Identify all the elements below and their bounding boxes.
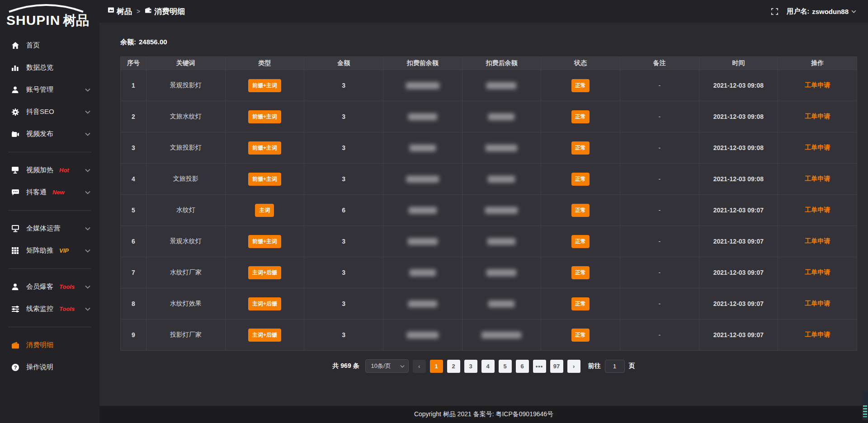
work-order-link[interactable]: 工单申请 [805,300,830,307]
breadcrumb-app[interactable]: 树品 [108,6,132,17]
goto-label: 前往 [588,362,601,370]
sidebar-item-user-2[interactable]: 账号管理 [0,79,99,101]
sidebar-item-question-16[interactable]: ?操作说明 [0,356,99,378]
cell-time: 2021-12-03 09:08 [699,132,778,164]
redacted-value [486,269,516,276]
more-pages-button[interactable]: ••• [533,360,546,373]
sidebar-item-user-12[interactable]: 会员爆客Tools [0,276,99,298]
cell-index: 7 [121,257,146,288]
cell-pre-balance [383,257,462,288]
page-button-5[interactable]: 5 [499,360,512,373]
sidebar-item-label: 视频发布 [26,130,53,138]
floating-widget[interactable] [862,391,868,420]
wallet-icon [11,341,19,349]
cell-post-balance [462,132,541,164]
cell-type: 主词+后缀 [225,257,304,288]
cell-pre-balance [383,164,462,195]
goto-page-input[interactable] [605,360,625,373]
work-order-link[interactable]: 工单申请 [805,237,830,244]
balance: 余额:24856.00 [120,38,868,47]
cell-status: 正常 [541,101,620,132]
cell-index: 6 [121,226,146,257]
page-size-value: 10条/页 [371,362,391,370]
main-content: 余额:24856.00 序号关键词类型金额扣费前余额扣费后余额状态备注时间操作 … [99,23,868,423]
status-badge: 正常 [571,266,590,279]
logo-text-en: SHUPIN [6,13,60,28]
work-order-link[interactable]: 工单申请 [805,206,830,213]
cell-amount: 3 [304,164,383,195]
work-order-link[interactable]: 工单申请 [805,144,830,151]
cell-status: 正常 [541,132,620,164]
cell-action: 工单申请 [778,257,857,288]
cell-post-balance [462,101,541,132]
chevron-down-icon [85,227,90,230]
type-badge: 前缀+主词 [248,110,281,123]
gear-icon [11,108,19,116]
cell-time: 2021-12-03 09:08 [699,164,778,195]
cell-remark: - [620,226,699,257]
sidebar-item-label: 数据总览 [26,63,53,72]
type-badge: 主词+后缀 [248,266,281,279]
next-page-button[interactable]: › [567,360,580,373]
wallet-icon [145,7,152,16]
sidebar-item-chat-7[interactable]: 抖客通New [0,181,99,203]
sidebar-item-screen-6[interactable]: 视频加热Hot [0,159,99,181]
sidebar-item-home-0[interactable]: 首页 [0,34,99,56]
page-button-4[interactable]: 4 [481,360,495,373]
sidebar-divider [8,327,91,327]
sidebar-item-grid-10[interactable]: 矩阵助推VIP [0,240,99,262]
work-order-link[interactable]: 工单申请 [805,331,830,338]
work-order-link[interactable]: 工单申请 [805,175,830,182]
screen-icon [11,166,19,174]
cell-keyword: 水纹灯 [146,195,226,226]
cell-status: 正常 [541,320,620,351]
sidebar-item-label: 抖音SEO [26,108,54,116]
user-menu[interactable]: 用户名: zswodun88 [787,7,856,16]
cell-time: 2021-12-03 09:08 [699,70,778,101]
type-badge: 前缀+主词 [248,235,281,248]
column-header: 扣费前余额 [383,57,462,70]
page-button-1[interactable]: 1 [430,360,443,373]
cell-keyword: 水纹灯厂家 [146,257,226,288]
balance-value: 24856.00 [139,38,167,46]
column-header: 状态 [541,57,620,70]
cell-pre-balance [383,320,462,351]
page-size-select[interactable]: 10条/页 [365,359,409,373]
cell-keyword: 文旅水纹灯 [146,101,226,132]
table-row: 5水纹灯主词6正常-2021-12-03 09:07工单申请 [121,195,857,226]
table-head: 序号关键词类型金额扣费前余额扣费后余额状态备注时间操作 [121,57,857,70]
sidebar-item-label: 操作说明 [26,363,53,371]
cell-type: 主词 [225,195,304,226]
breadcrumb-current-label: 消费明细 [154,6,185,17]
cell-amount: 3 [304,132,383,164]
page-button-2[interactable]: 2 [447,360,460,373]
cell-status: 正常 [541,226,620,257]
breadcrumb-current[interactable]: 消费明细 [145,6,185,17]
work-order-link[interactable]: 工单申请 [805,113,830,120]
cell-type: 前缀+主词 [225,226,304,257]
page-button-3[interactable]: 3 [464,360,477,373]
cell-amount: 3 [304,226,383,257]
work-order-link[interactable]: 工单申请 [805,268,830,276]
sidebar-item-bar-chart-1[interactable]: 数据总览 [0,56,99,79]
prev-page-button[interactable]: ‹ [413,360,426,373]
cell-post-balance [462,226,541,257]
sidebar-item-gear-3[interactable]: 抖音SEO [0,101,99,123]
sidebar-item-monitor-9[interactable]: 全媒体运营 [0,217,99,240]
cell-amount: 3 [304,257,383,288]
sidebar-divider [8,210,91,211]
sidebar-item-video-4[interactable]: 视频发布 [0,123,99,145]
redacted-value [485,207,518,214]
cell-keyword: 景观投影灯 [146,70,226,101]
fullscreen-icon[interactable] [771,8,778,15]
work-order-link[interactable]: 工单申请 [805,81,830,89]
page-button-97[interactable]: 97 [550,360,563,373]
cell-keyword: 水纹灯效果 [146,288,226,320]
user-icon [11,282,19,291]
sidebar-divider [8,152,91,152]
page-button-6[interactable]: 6 [516,360,529,373]
sidebar-item-wallet-15[interactable]: 消费明细 [0,334,99,356]
cell-post-balance [462,288,541,320]
sidebar-item-sliders-13[interactable]: 线索监控Tools [0,298,99,320]
cell-remark: - [620,288,699,320]
